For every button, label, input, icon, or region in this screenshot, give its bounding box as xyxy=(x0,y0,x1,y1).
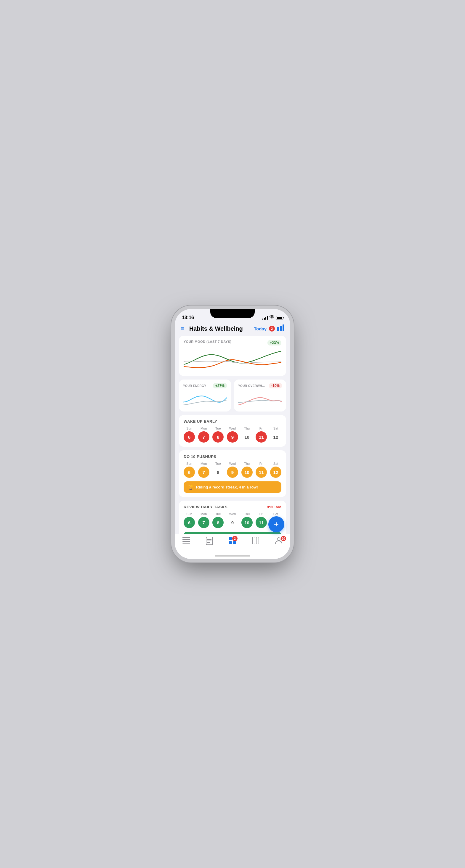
energy-chart xyxy=(183,390,227,408)
mini-charts-row: YOUR ENERGY +27% YOUR OVERWH... -10% xyxy=(179,379,286,411)
day-mon-2[interactable]: Mon 7 xyxy=(198,512,209,528)
habit-name-0: WAKE UP EARLY xyxy=(184,419,217,424)
header-right: Today 2 xyxy=(254,324,284,333)
svg-rect-13 xyxy=(229,541,232,544)
day-thu-1[interactable]: Thu 10 xyxy=(241,462,253,478)
status-icons xyxy=(262,315,283,320)
add-habit-button[interactable]: + xyxy=(268,516,284,532)
svg-rect-11 xyxy=(229,537,232,540)
habit-name-1: DO 10 PUSHUPS xyxy=(184,455,216,459)
habit-title-row-0: WAKE UP EARLY xyxy=(184,419,281,424)
energy-card: YOUR ENERGY +27% xyxy=(179,379,231,411)
day-sun-2[interactable]: Sun 6 xyxy=(184,512,195,528)
day-tue-0[interactable]: Tue 8 xyxy=(212,427,224,442)
notes-icon xyxy=(206,537,213,547)
day-wed-2[interactable]: Wed 9 xyxy=(227,512,238,528)
tab-notes[interactable] xyxy=(198,537,221,547)
day-mon-0[interactable]: Mon 7 xyxy=(198,427,209,442)
phone-device: 13:16 ≡ Habits & Wellbeing xyxy=(175,309,290,559)
days-row-1: Sun 6 Mon 7 Tue 8 Wed 9 xyxy=(184,462,281,478)
profile-tab-badge: 10 xyxy=(281,536,286,541)
today-badge: 2 xyxy=(269,326,275,332)
svg-rect-2 xyxy=(283,324,284,331)
habit-name-2: REVIEW DAILY TASKS xyxy=(184,505,228,509)
habit-card-wake-up-early: WAKE UP EARLY Sun 6 Mon 7 Tue 8 xyxy=(179,415,286,447)
tab-grid[interactable]: 2 xyxy=(221,537,244,546)
energy-card-title: YOUR ENERGY xyxy=(183,384,206,388)
streak-banner-1: 🏆 Riding a record streak, 4 in a row! xyxy=(184,482,281,493)
day-thu-2[interactable]: Thu 10 xyxy=(241,512,253,528)
app-title: Habits & Wellbeing xyxy=(178,326,254,332)
energy-card-header: YOUR ENERGY +27% xyxy=(183,383,227,389)
app-header: ≡ Habits & Wellbeing Today 2 xyxy=(175,322,290,336)
wifi-icon xyxy=(269,315,274,320)
days-row-0: Sun 6 Mon 7 Tue 8 Wed 9 xyxy=(184,427,281,442)
mood-chart xyxy=(184,348,281,372)
svg-rect-14 xyxy=(233,541,236,544)
home-indicator xyxy=(215,555,250,557)
svg-rect-3 xyxy=(182,537,190,538)
day-fri-0[interactable]: Fri 11 xyxy=(256,427,267,442)
day-sat-0[interactable]: Sat 12 xyxy=(270,427,281,442)
tab-profile[interactable]: 10 xyxy=(267,537,290,546)
overwhelm-card: YOUR OVERWH... -10% xyxy=(234,379,286,411)
day-sun-1[interactable]: Sun 6 xyxy=(184,462,195,478)
svg-rect-0 xyxy=(277,327,279,331)
habit-card-pushups: DO 10 PUSHUPS Sun 6 Mon 7 Tue 8 xyxy=(179,450,286,497)
streak-emoji-1: 🏆 xyxy=(188,484,194,490)
day-tue-2[interactable]: Tue 8 xyxy=(212,512,224,528)
columns-icon xyxy=(252,537,259,546)
phone-screen: 13:16 ≡ Habits & Wellbeing xyxy=(175,309,290,559)
day-sun-0[interactable]: Sun 6 xyxy=(184,427,195,442)
overwhelm-card-title: YOUR OVERWH... xyxy=(238,384,265,388)
day-mon-1[interactable]: Mon 7 xyxy=(198,462,209,478)
overwhelm-chart xyxy=(238,390,282,408)
day-fri-1[interactable]: Fri 11 xyxy=(256,462,267,478)
overwhelm-card-header: YOUR OVERWH... -10% xyxy=(238,383,282,389)
list-icon xyxy=(182,537,190,545)
today-button[interactable]: Today xyxy=(254,326,267,331)
status-time: 13:16 xyxy=(182,315,194,320)
day-tue-1[interactable]: Tue 8 xyxy=(212,462,224,478)
tab-list[interactable] xyxy=(175,537,198,545)
svg-rect-16 xyxy=(256,537,259,544)
svg-rect-1 xyxy=(280,326,282,331)
days-row-2: Sun 6 Mon 7 Tue 8 Wed 9 xyxy=(184,512,281,528)
svg-rect-15 xyxy=(252,537,255,544)
habit-title-row-1: DO 10 PUSHUPS xyxy=(184,455,281,459)
signal-icon xyxy=(262,316,268,320)
overwhelm-pct-badge: -10% xyxy=(269,383,282,389)
day-wed-0[interactable]: Wed 9 xyxy=(227,427,238,442)
habit-title-row-2: REVIEW DAILY TASKS 8:30 AM xyxy=(184,505,281,509)
day-thu-0[interactable]: Thu 10 xyxy=(241,427,253,442)
battery-icon xyxy=(276,316,283,319)
notch xyxy=(210,309,255,318)
streak-text-1: Riding a record streak, 4 in a row! xyxy=(196,485,258,489)
mood-card: YOUR MOOD (LAST 7 DAYS) +23% xyxy=(179,336,286,376)
svg-rect-6 xyxy=(182,543,190,544)
day-sat-1[interactable]: Sat 12 xyxy=(270,462,281,478)
habit-time-2: 8:30 AM xyxy=(267,505,281,509)
energy-pct-badge: +27% xyxy=(213,383,227,389)
tab-columns[interactable] xyxy=(244,537,267,546)
svg-rect-4 xyxy=(182,539,190,540)
mood-card-header: YOUR MOOD (LAST 7 DAYS) +23% xyxy=(184,340,281,346)
svg-point-17 xyxy=(277,538,280,540)
day-wed-1[interactable]: Wed 9 xyxy=(227,462,238,478)
grid-tab-badge: 2 xyxy=(232,536,237,541)
day-fri-2[interactable]: Fri 11 xyxy=(256,512,267,528)
svg-rect-5 xyxy=(182,541,190,542)
chart-icon[interactable] xyxy=(277,324,284,333)
mood-card-title: YOUR MOOD (LAST 7 DAYS) xyxy=(184,340,231,343)
mood-pct-badge: +23% xyxy=(267,340,281,345)
add-icon: + xyxy=(274,520,279,529)
